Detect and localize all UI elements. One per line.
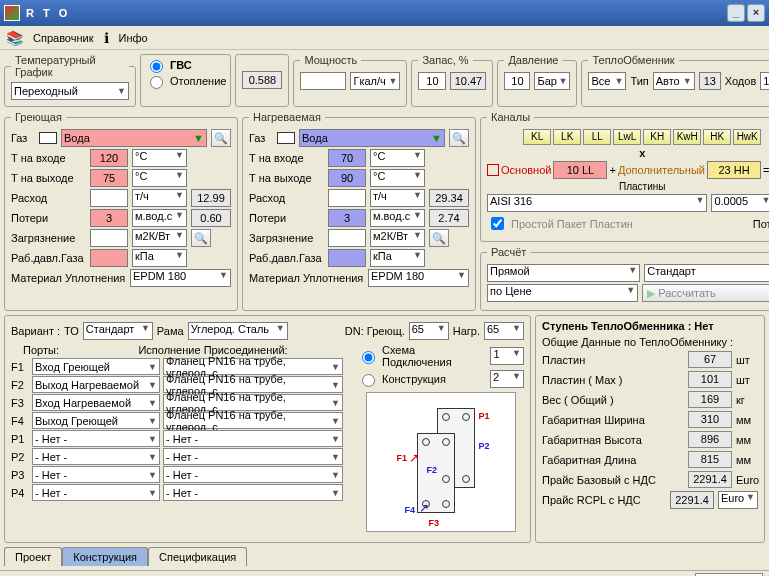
port-F4-type[interactable]: Выход Греющей▼ xyxy=(32,412,160,429)
dn-cold[interactable]: 65▼ xyxy=(484,322,524,340)
port-F2-type[interactable]: Выход Нагреваемой▼ xyxy=(32,376,160,393)
otop-radio[interactable] xyxy=(150,76,163,89)
channel-btn-HK[interactable]: HK xyxy=(703,129,731,145)
close-button[interactable]: × xyxy=(747,4,765,22)
hx-legend: ТеплоОбменник xyxy=(588,54,678,66)
port-P4-exec[interactable]: - Нет -▼ xyxy=(163,484,343,501)
port-P1-exec[interactable]: - Нет -▼ xyxy=(163,430,343,447)
port-P2-exec[interactable]: - Нет -▼ xyxy=(163,448,343,465)
port-P2-type[interactable]: - Нет -▼ xyxy=(32,448,160,465)
cold-loss[interactable] xyxy=(328,209,366,227)
hot-foul-search[interactable]: 🔍 xyxy=(191,229,211,247)
port-F4-exec[interactable]: Фланец PN16 на трубе, углерод. с▼ xyxy=(163,412,343,429)
pressure-unit[interactable]: Бар▼ xyxy=(534,72,570,90)
hot-tout[interactable] xyxy=(90,169,128,187)
power-unit[interactable]: Гкал/ч▼ xyxy=(350,72,400,90)
channel-btn-LK[interactable]: LK xyxy=(553,129,581,145)
hot-fluid-search[interactable]: 🔍 xyxy=(211,129,231,147)
hot-flow[interactable] xyxy=(90,189,128,207)
hot-tout-unit[interactable]: °C▼ xyxy=(132,169,187,187)
cold-tout[interactable] xyxy=(328,169,366,187)
titlebar: R T O _ × xyxy=(0,0,769,26)
port-P1-type[interactable]: - Нет -▼ xyxy=(32,430,160,447)
app-icon xyxy=(4,5,20,21)
menu-info[interactable]: Инфо xyxy=(119,32,148,44)
hot-pgas[interactable] xyxy=(90,249,128,267)
plate-thk[interactable]: 0.0005▼ xyxy=(711,194,769,212)
rcpl-unit[interactable]: Euro▼ xyxy=(718,491,758,509)
calc-price[interactable]: по Цене▼ xyxy=(487,284,638,302)
hot-pgas-unit[interactable]: кПа▼ xyxy=(132,249,187,267)
cold-fluid-select[interactable]: Вода▼ xyxy=(299,129,445,147)
gvs-radio[interactable] xyxy=(150,60,163,73)
cold-flow[interactable] xyxy=(328,189,366,207)
cold-foul-search[interactable]: 🔍 xyxy=(429,229,449,247)
channel-btn-KwH[interactable]: KwH xyxy=(673,129,701,145)
pressure-legend: Давление xyxy=(504,54,562,66)
calculate-button[interactable]: ▶Рассчитать xyxy=(642,284,769,302)
hx-all[interactable]: Все▼ xyxy=(588,72,626,90)
hot-tin-unit[interactable]: °C▼ xyxy=(132,149,187,167)
pressure-in[interactable] xyxy=(504,72,530,90)
cold-mat[interactable]: EPDM 180▼ xyxy=(368,269,469,287)
power-legend: Мощность xyxy=(300,54,361,66)
info-icon: ℹ xyxy=(104,30,109,46)
channel-btn-HwK[interactable]: HwK xyxy=(733,129,761,145)
port-F1-type[interactable]: Вход Греющей▼ xyxy=(32,358,160,375)
tab-spec[interactable]: Спецификация xyxy=(148,547,247,566)
window-title: R T O xyxy=(26,7,725,19)
hot-flow-out xyxy=(191,189,231,207)
hot-fluid-select[interactable]: Вода▼ xyxy=(61,129,207,147)
hot-mat[interactable]: EPDM 180▼ xyxy=(130,269,231,287)
minimize-button[interactable]: _ xyxy=(727,4,745,22)
scheme-sel[interactable]: 1▼ xyxy=(490,347,524,365)
channel-btn-LL[interactable]: LL xyxy=(583,129,611,145)
cold-legend: Нагреваемая xyxy=(249,111,325,123)
channel-btn-KL[interactable]: KL xyxy=(523,129,551,145)
hot-loss-out xyxy=(191,209,231,227)
channel-btn-LwL[interactable]: LwL xyxy=(613,129,641,145)
cold-foul[interactable] xyxy=(328,229,366,247)
tempgraph-select[interactable]: Переходный▼ xyxy=(11,82,129,100)
dn-hot[interactable]: 65▼ xyxy=(409,322,449,340)
hot-foul-unit[interactable]: м2К/Вт▼ xyxy=(132,229,187,247)
scheme-radio[interactable] xyxy=(362,351,375,364)
port-P4-type[interactable]: - Нет -▼ xyxy=(32,484,160,501)
cold-pgas[interactable] xyxy=(328,249,366,267)
rcpl-value xyxy=(670,491,714,509)
hx-passes[interactable]: 1▼ xyxy=(760,72,769,90)
hx-num xyxy=(699,72,721,90)
gas-indicator xyxy=(39,132,57,144)
hot-tin[interactable] xyxy=(90,149,128,167)
variant-std[interactable]: Стандарт▼ xyxy=(83,322,153,340)
calc-std[interactable]: Стандарт▼ xyxy=(644,264,769,282)
channel-btn-KH[interactable]: KH xyxy=(643,129,671,145)
plate-mat[interactable]: AISI 316▼ xyxy=(487,194,707,212)
power-input[interactable] xyxy=(300,72,346,90)
tab-construction[interactable]: Конструкция xyxy=(62,547,148,566)
menu-reference[interactable]: Справочник xyxy=(33,32,94,44)
zapas-in[interactable] xyxy=(418,72,446,90)
simple-pack-check[interactable] xyxy=(491,217,504,230)
hot-loss[interactable] xyxy=(90,209,128,227)
book-icon: 📚 xyxy=(6,30,23,46)
cold-tin[interactable] xyxy=(328,149,366,167)
port-F3-type[interactable]: Вход Нагреваемой▼ xyxy=(32,394,160,411)
cold-gas-indicator xyxy=(277,132,295,144)
frame-mat[interactable]: Углерод. Сталь▼ xyxy=(188,322,288,340)
add-channel[interactable] xyxy=(707,161,761,179)
cold-fluid-search[interactable]: 🔍 xyxy=(449,129,469,147)
coef-value[interactable] xyxy=(242,71,282,89)
calc-flow[interactable]: Прямой▼ xyxy=(487,264,640,282)
hot-loss-unit[interactable]: м.вод.с▼ xyxy=(132,209,187,227)
main-channel[interactable] xyxy=(553,161,607,179)
hot-flow-unit[interactable]: т/ч▼ xyxy=(132,189,187,207)
tempgraph-legend: Температурный График xyxy=(11,54,129,78)
hx-auto[interactable]: Авто▼ xyxy=(653,72,695,90)
constr-radio[interactable] xyxy=(362,374,375,387)
hot-foul[interactable] xyxy=(90,229,128,247)
constr-sel[interactable]: 2▼ xyxy=(490,370,524,388)
port-P3-type[interactable]: - Нет -▼ xyxy=(32,466,160,483)
tab-project[interactable]: Проект xyxy=(4,547,62,566)
port-P3-exec[interactable]: - Нет -▼ xyxy=(163,466,343,483)
